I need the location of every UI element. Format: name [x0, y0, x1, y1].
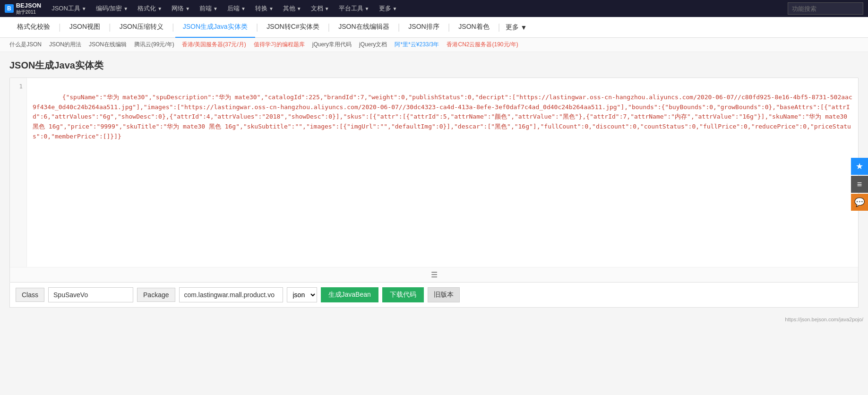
bottom-toolbar: Class Package json xml 生成JavaBean 下载代码 旧…: [9, 283, 859, 308]
page-title: JSON生成Java实体类: [9, 59, 859, 72]
link-jquery-code[interactable]: jQuery常用代码: [312, 41, 352, 49]
code-editor[interactable]: {"spuName":"华为 mate30","spuDescription":…: [27, 78, 858, 267]
search-input[interactable]: [788, 2, 863, 15]
link-json-online-edit[interactable]: JSON在线编辑: [89, 41, 127, 49]
tab-format-validate[interactable]: 格式化校验: [9, 17, 58, 38]
logo[interactable]: B BEJSON 始于2011: [5, 2, 41, 16]
link-jquery-docs[interactable]: jQuery文档: [359, 41, 387, 49]
link-coding-problems[interactable]: 值得学习的编程题库: [254, 41, 305, 49]
right-sidebar: ★ ≡ 💬: [851, 158, 868, 211]
nav-docs[interactable]: 文档▼: [307, 0, 333, 17]
editor-footer: ☰: [10, 267, 858, 282]
nav-other[interactable]: 其他▼: [279, 0, 305, 17]
nav-network[interactable]: 网络▼: [168, 0, 194, 17]
nav-divider-4: |: [255, 22, 259, 32]
top-navigation: B BEJSON 始于2011 JSON工具▼ 编码/加密▼ 格式化▼ 网络▼ …: [0, 0, 868, 17]
tab-json-editor[interactable]: JSON在线编辑器: [331, 17, 396, 38]
generate-javabean-button[interactable]: 生成JavaBean: [321, 287, 378, 302]
main-content: JSON生成Java实体类 1 {"spuName":"华为 mate30","…: [0, 52, 868, 315]
tab-json-csharp[interactable]: JSON转C#实体类: [259, 17, 327, 38]
logo-icon: B: [5, 4, 14, 13]
nav-encode[interactable]: 编码/加密▼: [92, 0, 132, 17]
nav-more[interactable]: 更多▼: [375, 0, 401, 17]
format-select[interactable]: json xml: [287, 287, 317, 302]
tab-json-compress[interactable]: JSON压缩转义: [112, 17, 171, 38]
nav-format[interactable]: 格式化▼: [134, 0, 166, 17]
tab-json-sort[interactable]: JSON排序: [401, 17, 447, 38]
nav-convert[interactable]: 转换▼: [251, 0, 277, 17]
sidebar-menu-button[interactable]: ≡: [851, 176, 868, 193]
nav-divider-7: |: [447, 22, 451, 32]
nav-divider-3: |: [171, 22, 175, 32]
class-input[interactable]: [48, 287, 133, 302]
nav-divider-5: |: [327, 22, 331, 32]
sidebar-chat-button[interactable]: 💬: [851, 194, 868, 211]
class-label: Class: [16, 288, 44, 302]
nav-divider-2: |: [108, 22, 112, 32]
links-bar: 什么是JSON JSON的用法 JSON在线编辑 腾讯云(99元/年) 香港/美…: [0, 38, 868, 52]
link-hk-us-server[interactable]: 香港/美国服务器(37元/月): [182, 41, 246, 49]
package-input[interactable]: [179, 287, 283, 302]
editor-container: 1 {"spuName":"华为 mate30","spuDescription…: [9, 77, 859, 283]
link-hk-cn2[interactable]: 香港CN2云服务器(190元/年): [447, 41, 518, 49]
tab-more[interactable]: 更多▼: [501, 23, 532, 32]
tab-json-view[interactable]: JSON视图: [62, 17, 108, 38]
line-numbers: 1: [10, 78, 27, 267]
hamburger-icon[interactable]: ☰: [431, 270, 438, 279]
nav-divider-1: |: [58, 22, 62, 32]
secondary-navigation: 格式化校验 | JSON视图 | JSON压缩转义 | JSON生成Java实体…: [0, 17, 868, 38]
brand-sub: 始于2011: [16, 9, 41, 16]
nav-divider-6: |: [397, 22, 401, 32]
sidebar-star-button[interactable]: ★: [851, 158, 868, 175]
link-tencent-cloud[interactable]: 腾讯云(99元/年): [134, 41, 174, 49]
brand-name: BEJSON: [16, 2, 41, 9]
package-label: Package: [137, 288, 175, 302]
tab-json-color[interactable]: JSON着色: [451, 17, 497, 38]
tab-json-java[interactable]: JSON生成Java实体类: [175, 17, 255, 38]
link-json-usage[interactable]: JSON的用法: [49, 41, 81, 49]
editor-body: 1 {"spuName":"华为 mate30","spuDescription…: [10, 78, 858, 267]
nav-divider-8: |: [497, 22, 501, 32]
nav-platform[interactable]: 平台工具▼: [335, 0, 373, 17]
link-aliyun[interactable]: 阿*里*云¥233/3年: [395, 41, 439, 49]
footer-note: https://json.bejson.com/java2pojo/: [0, 315, 868, 324]
link-what-is-json[interactable]: 什么是JSON: [9, 41, 42, 49]
nav-backend[interactable]: 后端▼: [223, 0, 249, 17]
nav-json-tools[interactable]: JSON工具▼: [48, 0, 90, 17]
old-version-button[interactable]: 旧版本: [428, 287, 460, 302]
nav-frontend[interactable]: 前端▼: [196, 0, 222, 17]
download-code-button[interactable]: 下载代码: [382, 287, 424, 302]
